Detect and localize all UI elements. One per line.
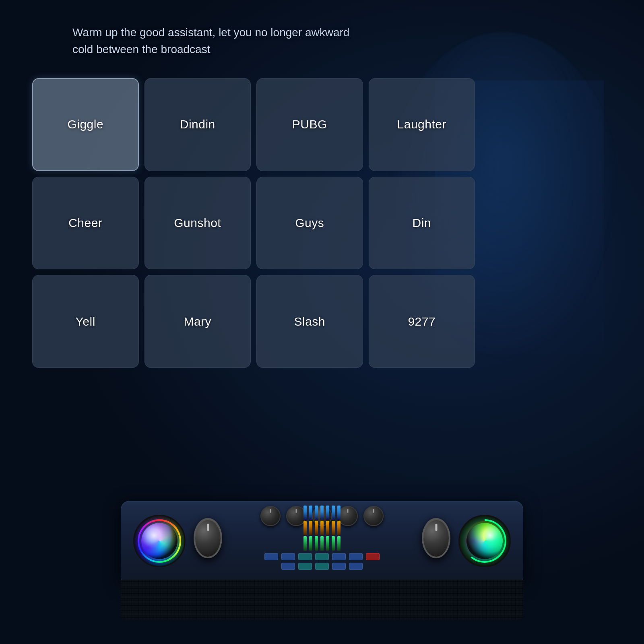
mixer-btn-6[interactable] bbox=[349, 553, 363, 560]
mixer-btn-11[interactable] bbox=[349, 563, 363, 570]
cell-label-cheer: Cheer bbox=[68, 216, 102, 230]
cell-label-din: Din bbox=[412, 216, 431, 230]
grid-cell-yell[interactable]: Yell bbox=[32, 275, 139, 368]
fader-1 bbox=[303, 506, 307, 551]
cell-label-dindin: Dindin bbox=[180, 118, 215, 131]
knob-6[interactable] bbox=[363, 506, 384, 526]
main-knob-left[interactable] bbox=[194, 518, 222, 558]
mixer-bottom-grille bbox=[121, 580, 523, 620]
right-speaker-light bbox=[466, 523, 503, 559]
tagline-text: Warm up the good assistant, let you no l… bbox=[72, 24, 612, 58]
mixer-btn-2[interactable] bbox=[281, 553, 295, 560]
fader-5 bbox=[326, 506, 329, 551]
buttons-row-2 bbox=[229, 563, 415, 570]
main-knob-right[interactable] bbox=[422, 518, 450, 558]
fader-3 bbox=[315, 506, 318, 551]
cell-label-giggle: Giggle bbox=[67, 118, 103, 131]
tagline-line1: Warm up the good assistant, let you no l… bbox=[72, 26, 349, 39]
grid-cell-cheer[interactable]: Cheer bbox=[32, 177, 139, 270]
grid-cell-gunshot[interactable]: Gunshot bbox=[144, 177, 251, 270]
grid-cell-dindin[interactable]: Dindin bbox=[144, 78, 251, 171]
sound-grid: GiggleDindinPUBGLaughterCheerGunshotGuys… bbox=[32, 78, 475, 368]
tagline-line2: cold between the broadcast bbox=[72, 43, 210, 56]
grid-cell-pubg[interactable]: PUBG bbox=[256, 78, 363, 171]
grid-cell-giggle[interactable]: Giggle bbox=[32, 78, 139, 171]
knob-2[interactable] bbox=[260, 506, 281, 526]
main-content: Warm up the good assistant, let you no l… bbox=[0, 0, 644, 368]
cell-label-9277: 9277 bbox=[408, 315, 436, 328]
left-speaker bbox=[133, 515, 186, 567]
cell-label-mary: Mary bbox=[184, 315, 211, 328]
right-speaker bbox=[458, 515, 511, 567]
mixer-btn-9[interactable] bbox=[315, 563, 329, 570]
buttons-row-1 bbox=[229, 553, 415, 560]
grille-pattern bbox=[121, 580, 523, 620]
grid-cell-din[interactable]: Din bbox=[369, 177, 475, 270]
grid-cell-mary[interactable]: Mary bbox=[144, 275, 251, 368]
grid-cell-guys[interactable]: Guys bbox=[256, 177, 363, 270]
mixer-btn-power[interactable] bbox=[366, 553, 380, 560]
cell-label-laughter: Laughter bbox=[397, 118, 446, 131]
grid-cell-laughter[interactable]: Laughter bbox=[369, 78, 475, 171]
mixer-controls bbox=[194, 506, 450, 580]
fader-2 bbox=[309, 506, 312, 551]
faders-area bbox=[229, 528, 415, 551]
cell-label-pubg: PUBG bbox=[292, 118, 327, 131]
grid-cell-slash[interactable]: Slash bbox=[256, 275, 363, 368]
knob-5[interactable] bbox=[338, 506, 358, 526]
mixer-btn-3[interactable] bbox=[298, 553, 312, 560]
mixer-btn-1[interactable] bbox=[264, 553, 278, 560]
mixer-section bbox=[121, 501, 523, 620]
mixer-btn-8[interactable] bbox=[298, 563, 312, 570]
left-speaker-light bbox=[141, 523, 178, 559]
knobs-top-row bbox=[194, 506, 450, 570]
mixer-btn-7[interactable] bbox=[281, 563, 295, 570]
cell-label-guys: Guys bbox=[295, 216, 324, 230]
mixer-btn-10[interactable] bbox=[332, 563, 346, 570]
grid-cell-9277[interactable]: 9277 bbox=[369, 275, 475, 368]
mixer-btn-5[interactable] bbox=[332, 553, 346, 560]
fader-7 bbox=[337, 506, 341, 551]
cell-label-yell: Yell bbox=[76, 315, 95, 328]
fader-4 bbox=[320, 506, 324, 551]
mixer-btn-4[interactable] bbox=[315, 553, 329, 560]
cell-label-slash: Slash bbox=[294, 315, 325, 328]
fader-6 bbox=[332, 506, 335, 551]
cell-label-gunshot: Gunshot bbox=[174, 216, 221, 230]
mixer-body bbox=[121, 501, 523, 581]
left-speaker-ring bbox=[138, 519, 181, 563]
right-speaker-ring bbox=[463, 519, 506, 563]
